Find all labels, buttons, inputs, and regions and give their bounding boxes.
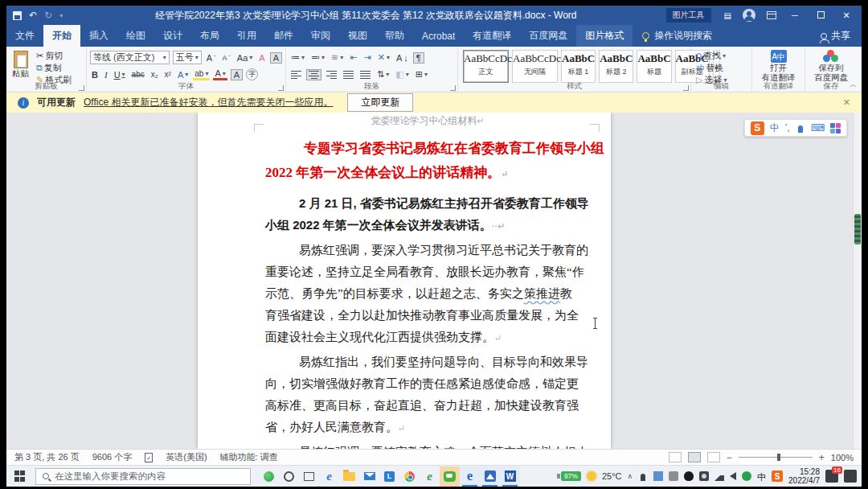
borders-button[interactable]: ⊞▾	[414, 69, 429, 80]
underline-button[interactable]: U▾	[113, 70, 127, 80]
sogou-logo-icon[interactable]: S	[751, 121, 764, 135]
save-to-baidu-button[interactable]: 保存到 百度网盘	[809, 49, 854, 83]
language-indicator[interactable]: 英语(美国)	[166, 451, 207, 463]
tab-help[interactable]: 帮助	[376, 25, 413, 47]
redo-icon[interactable]: ↻	[44, 10, 52, 21]
update-message-link[interactable]: Office 相关更新已准备好安装，但首先需要关闭一些应用。	[84, 96, 333, 109]
vertical-scrollbar[interactable]	[853, 113, 862, 449]
increase-indent-icon[interactable]: ⇥	[362, 52, 372, 63]
netdisk-app-icon[interactable]	[480, 466, 500, 487]
asian-layout-button[interactable]: ✕▾	[376, 52, 391, 63]
sogou-input-toolbar[interactable]: S 中 ’, ⌨	[744, 119, 847, 137]
cut-button[interactable]: ✂剪切	[35, 50, 73, 61]
ime-language-indicator[interactable]: 中	[757, 471, 766, 481]
notification-close-icon[interactable]: ✕	[843, 97, 850, 108]
bold-button[interactable]: B	[90, 70, 100, 80]
tab-references[interactable]: 引用	[228, 25, 265, 47]
grow-font-button[interactable]: Aˆ	[205, 53, 218, 63]
zoom-in-icon[interactable]: +	[819, 452, 825, 463]
style-no-spacing[interactable]: AaBbCcDc 无间隔	[512, 50, 558, 83]
taskbar-search-input[interactable]: 在这里输入你要搜索的内容	[35, 468, 251, 485]
help-icon[interactable]: ▤	[724, 11, 731, 20]
tab-picture-format[interactable]: 图片格式	[576, 25, 633, 47]
line-spacing-button[interactable]: ⇅▾	[375, 69, 391, 80]
font-size-combo[interactable]: 五号▾	[173, 51, 202, 64]
font-dialog-launcher[interactable]	[278, 85, 284, 91]
chrome-icon[interactable]	[399, 466, 420, 487]
task-view-icon[interactable]	[299, 466, 319, 487]
find-button[interactable]: 查找▾	[694, 50, 748, 61]
distribute-icon[interactable]	[358, 71, 372, 79]
zoom-level[interactable]: 100%	[831, 453, 854, 462]
proofing-status-icon[interactable]: ✓	[145, 453, 153, 462]
bullets-button[interactable]: ≔▾	[289, 52, 306, 63]
tab-review[interactable]: 审阅	[302, 25, 339, 47]
superscript-button[interactable]: x²	[163, 70, 173, 79]
tab-youdao[interactable]: 有道翻译	[464, 25, 520, 47]
action-center-icon[interactable]	[844, 470, 857, 483]
zoom-slider-thumb[interactable]	[777, 454, 780, 461]
sogou-tray-icon[interactable]: S	[772, 471, 783, 482]
customize-qat-icon[interactable]: ▾	[59, 12, 63, 19]
tab-baidu-netdisk[interactable]: 百度网盘	[520, 25, 576, 47]
network-signal-icon[interactable]	[714, 471, 724, 481]
start-button[interactable]	[14, 471, 26, 482]
pc-manager-icon[interactable]: L	[379, 466, 399, 487]
camera-tray-icon[interactable]	[699, 471, 709, 481]
character-border-button[interactable]: A	[270, 52, 282, 64]
font-color-button[interactable]: A▾	[213, 68, 227, 80]
character-shading-button[interactable]: A	[231, 69, 243, 80]
scrollbar-thumb[interactable]	[854, 214, 861, 244]
tab-insert[interactable]: 插入	[80, 25, 117, 47]
taskbar-clock[interactable]: 15:28 2022/4/7	[788, 467, 820, 485]
youdao-tray-icon[interactable]	[742, 471, 751, 481]
weather-sun-icon[interactable]	[587, 471, 596, 481]
zoom-slider[interactable]	[739, 457, 813, 458]
sogou-toolbox-icon[interactable]	[830, 123, 841, 134]
strikethrough-button[interactable]: abc	[130, 70, 146, 79]
tell-me-search[interactable]: 操作说明搜索	[642, 25, 712, 47]
read-mode-icon[interactable]	[669, 452, 682, 462]
minimize-button[interactable]: ─	[788, 10, 802, 20]
change-case-button[interactable]: Aa▾	[235, 53, 254, 63]
restore-button[interactable]	[813, 10, 828, 20]
style-heading2[interactable]: AaBbC 标题 2	[599, 50, 633, 83]
shrink-font-button[interactable]: Aˇ	[220, 54, 231, 62]
accessibility-status[interactable]: 辅助功能: 调查	[220, 451, 278, 463]
microphone-tray-icon[interactable]	[641, 474, 645, 481]
volume-icon[interactable]	[730, 472, 736, 480]
tab-view[interactable]: 视图	[339, 25, 376, 47]
web-layout-icon[interactable]	[707, 452, 720, 462]
word-count[interactable]: 9606 个字	[92, 451, 133, 463]
clear-formatting-button[interactable]: A	[257, 53, 266, 63]
collapse-ribbon-icon[interactable]: ︿	[850, 80, 857, 90]
wechat-icon[interactable]	[440, 466, 460, 487]
file-explorer-icon[interactable]	[339, 466, 359, 487]
justify-icon[interactable]	[342, 71, 355, 79]
align-center-icon[interactable]	[306, 69, 321, 80]
mail-icon[interactable]	[359, 466, 379, 487]
qq-tray-icon[interactable]	[684, 471, 694, 481]
style-title[interactable]: AaBbC 标题	[637, 50, 671, 83]
style-heading1[interactable]: AaBbC 标题 1	[561, 50, 596, 83]
360-safe-icon[interactable]	[259, 466, 279, 487]
edge-icon[interactable]: e	[460, 466, 480, 487]
page-indicator[interactable]: 第 3 页, 共 26 页	[14, 451, 80, 463]
show-hide-marks-button[interactable]: ¶	[413, 52, 424, 64]
tab-draw[interactable]: 绘图	[117, 25, 154, 47]
tab-file[interactable]: 文件	[6, 25, 43, 47]
styles-dialog-launcher[interactable]	[683, 85, 689, 91]
paragraph-dialog-launcher[interactable]	[450, 85, 456, 91]
font-name-combo[interactable]: 等线 (西文正文)▾	[90, 51, 170, 64]
open-youdao-button[interactable]: A中 打开 有道翻译	[755, 49, 801, 83]
undo-icon[interactable]: ↶	[29, 10, 37, 21]
share-button[interactable]: 共享	[821, 25, 862, 47]
close-button[interactable]: ✕	[839, 10, 854, 21]
voice-input-icon[interactable]	[798, 125, 803, 133]
print-layout-icon[interactable]	[688, 452, 701, 462]
notification-app-icon[interactable]: 16	[825, 470, 838, 483]
tab-home[interactable]: 开始	[43, 25, 80, 47]
account-avatar[interactable]	[743, 9, 755, 22]
replace-button[interactable]: ab替换	[694, 62, 748, 73]
sort-button[interactable]: A↓	[395, 53, 410, 63]
